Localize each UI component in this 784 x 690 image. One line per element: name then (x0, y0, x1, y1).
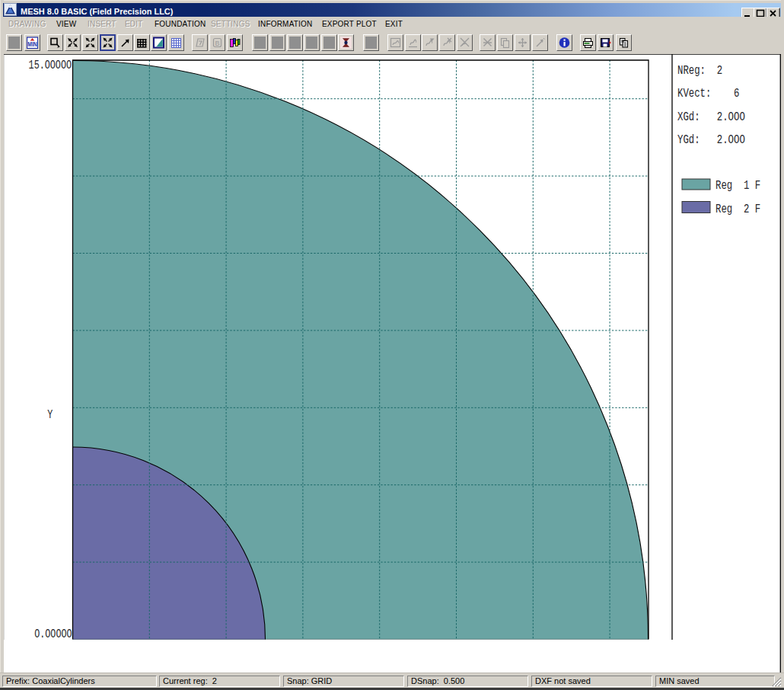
svg-text:XGd: 2.OOO: XGd: 2.OOO (677, 110, 745, 124)
svg-text:Y: Y (47, 407, 53, 422)
svg-text:15.OOOOO: 15.OOOOO (29, 58, 72, 72)
svg-text:KVect: 6: KVect: 6 (677, 86, 739, 101)
svg-text:MIN: MIN (27, 40, 37, 48)
svg-text:YGd: 2.OOO: YGd: 2.OOO (677, 133, 745, 147)
svg-text:Reg 2 F: Reg 2 F (715, 202, 760, 216)
svg-text:O.OOOOO: O.OOOOO (34, 627, 72, 641)
svg-text:Reg 1 F: Reg 1 F (715, 178, 760, 193)
svg-text:B: B (215, 40, 219, 47)
svg-text:NReg: 2: NReg: 2 (677, 63, 722, 78)
